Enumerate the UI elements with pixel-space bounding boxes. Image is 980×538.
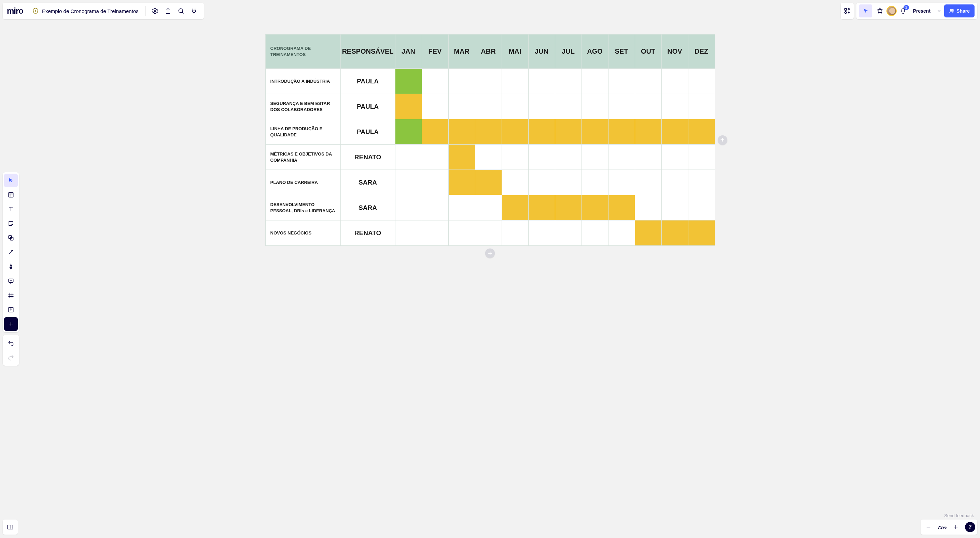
schedule-cell[interactable]	[688, 170, 715, 195]
schedule-cell[interactable]	[608, 170, 635, 195]
present-button[interactable]: Present	[910, 5, 934, 18]
responsible-name[interactable]: RENATO	[340, 220, 395, 246]
schedule-cell[interactable]	[528, 145, 555, 170]
miro-logo[interactable]: miro	[6, 6, 26, 16]
schedule-cell[interactable]	[528, 195, 555, 220]
schedule-cell[interactable]	[662, 69, 688, 94]
canvas[interactable]: CRONOGRAMA DE TREINAMENTOSRESPONSÁVELJAN…	[0, 0, 980, 538]
responsible-name[interactable]: SARA	[340, 170, 395, 195]
schedule-cell[interactable]	[608, 195, 635, 220]
schedule-cell[interactable]	[608, 220, 635, 246]
schedule-cell[interactable]	[688, 145, 715, 170]
settings-icon[interactable]	[148, 5, 162, 18]
zoom-in-button[interactable]	[950, 521, 962, 533]
template-tool[interactable]	[4, 188, 18, 202]
schedule-cell[interactable]	[475, 69, 502, 94]
schedule-cell[interactable]	[422, 145, 448, 170]
schedule-cell[interactable]	[555, 119, 582, 145]
schedule-cell[interactable]	[395, 94, 422, 119]
schedule-cell[interactable]	[662, 170, 688, 195]
add-row-button[interactable]: +	[485, 249, 495, 258]
schedule-cell[interactable]	[448, 119, 475, 145]
schedule-cell[interactable]	[528, 69, 555, 94]
schedule-cell[interactable]	[608, 119, 635, 145]
schedule-cell[interactable]	[448, 94, 475, 119]
line-tool[interactable]	[4, 246, 18, 259]
schedule-cell[interactable]	[635, 220, 662, 246]
schedule-cell[interactable]	[635, 94, 662, 119]
schedule-cell[interactable]	[502, 145, 528, 170]
schedule-cell[interactable]	[582, 119, 608, 145]
schedule-cell[interactable]	[555, 94, 582, 119]
schedule-cell[interactable]	[422, 119, 448, 145]
schedule-cell[interactable]	[582, 145, 608, 170]
schedule-cell[interactable]	[528, 170, 555, 195]
pen-tool[interactable]	[4, 260, 18, 273]
user-avatar[interactable]	[886, 6, 897, 16]
schedule-cell[interactable]	[502, 69, 528, 94]
upload-tool[interactable]	[4, 303, 18, 316]
schedule-cell[interactable]	[502, 220, 528, 246]
board-title[interactable]: Exemplo de Cronograma de Treinamentos	[39, 8, 143, 14]
select-tool[interactable]	[4, 174, 18, 187]
schedule-cell[interactable]	[422, 170, 448, 195]
notifications-button[interactable]: 2	[897, 5, 910, 18]
schedule-cell[interactable]	[662, 94, 688, 119]
schedule-table[interactable]: CRONOGRAMA DE TREINAMENTOSRESPONSÁVELJAN…	[265, 34, 715, 246]
schedule-cell[interactable]	[395, 195, 422, 220]
schedule-cell[interactable]	[582, 94, 608, 119]
responsible-name[interactable]: PAULA	[340, 94, 395, 119]
schedule-cell[interactable]	[475, 145, 502, 170]
show-cursors-button[interactable]	[859, 5, 872, 18]
schedule-cell[interactable]	[688, 69, 715, 94]
help-button[interactable]: ?	[965, 522, 975, 532]
schedule-cell[interactable]	[608, 94, 635, 119]
training-name[interactable]: NOVOS NEGÓCIOS	[265, 220, 340, 246]
plug-icon[interactable]	[188, 5, 200, 18]
schedule-cell[interactable]	[448, 170, 475, 195]
schedule-cell[interactable]	[662, 195, 688, 220]
training-name[interactable]: MÉTRICAS E OBJETIVOS DA COMPANHIA	[265, 145, 340, 170]
schedule-cell[interactable]	[448, 195, 475, 220]
panel-toggle[interactable]	[3, 520, 18, 535]
schedule-cell[interactable]	[662, 220, 688, 246]
schedule-cell[interactable]	[688, 119, 715, 145]
schedule-cell[interactable]	[662, 119, 688, 145]
schedule-cell[interactable]	[422, 220, 448, 246]
training-name[interactable]: SEGURANÇA E BEM ESTAR DOS COLABORADORES	[265, 94, 340, 119]
schedule-cell[interactable]	[395, 145, 422, 170]
zoom-out-button[interactable]	[923, 521, 934, 533]
schedule-cell[interactable]	[502, 195, 528, 220]
undo-button[interactable]	[4, 336, 18, 350]
redo-button[interactable]	[4, 351, 18, 364]
apps-button[interactable]	[841, 3, 854, 19]
schedule-cell[interactable]	[635, 145, 662, 170]
schedule-cell[interactable]	[555, 170, 582, 195]
schedule-cell[interactable]	[475, 170, 502, 195]
schedule-cell[interactable]	[688, 220, 715, 246]
schedule-cell[interactable]	[502, 94, 528, 119]
schedule-cell[interactable]	[448, 69, 475, 94]
schedule-cell[interactable]	[555, 220, 582, 246]
training-name[interactable]: LINHA DE PRODUÇÃO E QUALIDADE	[265, 119, 340, 145]
schedule-cell[interactable]	[422, 94, 448, 119]
responsible-name[interactable]: PAULA	[340, 119, 395, 145]
schedule-cell[interactable]	[635, 195, 662, 220]
schedule-cell[interactable]	[635, 170, 662, 195]
comment-tool[interactable]	[4, 274, 18, 288]
present-dropdown[interactable]	[934, 5, 944, 18]
schedule-cell[interactable]	[475, 220, 502, 246]
schedule-cell[interactable]	[555, 69, 582, 94]
responsible-name[interactable]: PAULA	[340, 69, 395, 94]
schedule-cell[interactable]	[422, 69, 448, 94]
responsible-name[interactable]: SARA	[340, 195, 395, 220]
schedule-cell[interactable]	[688, 94, 715, 119]
schedule-cell[interactable]	[528, 119, 555, 145]
schedule-cell[interactable]	[528, 94, 555, 119]
schedule-cell[interactable]	[395, 119, 422, 145]
schedule-cell[interactable]	[582, 69, 608, 94]
text-tool[interactable]	[4, 202, 18, 216]
shape-tool[interactable]	[4, 231, 18, 245]
schedule-cell[interactable]	[662, 145, 688, 170]
schedule-cell[interactable]	[608, 145, 635, 170]
